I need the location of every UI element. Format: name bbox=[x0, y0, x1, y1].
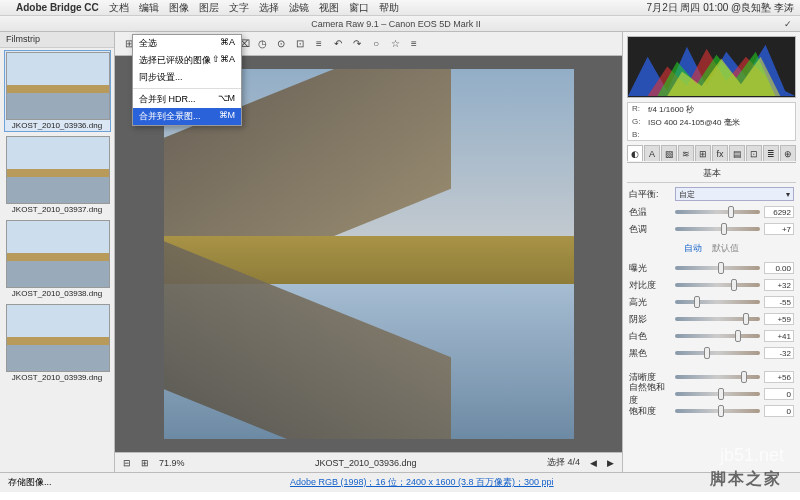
tab-hsl[interactable]: ≋ bbox=[678, 145, 694, 161]
slider-knob[interactable] bbox=[718, 405, 724, 417]
slider-label: 自然饱和度 bbox=[629, 381, 671, 407]
menu-select-rated[interactable]: 选择已评级的图像⇧⌘A bbox=[133, 52, 241, 69]
slider-track[interactable] bbox=[675, 375, 760, 379]
thumbnail-item[interactable]: JKOST_2010_03939.dng bbox=[4, 302, 111, 384]
zoom-in-icon[interactable]: ⊞ bbox=[141, 458, 149, 468]
histogram[interactable] bbox=[627, 36, 796, 98]
tab-lens[interactable]: ▤ bbox=[729, 145, 745, 161]
slider-label: 黑色 bbox=[629, 347, 671, 360]
thumbnail-item[interactable]: JKOST_2010_03936.dng bbox=[4, 50, 111, 132]
redeye-tool-icon[interactable]: ◷ bbox=[254, 36, 270, 52]
tab-preset[interactable]: ≣ bbox=[763, 145, 779, 161]
prev-image-icon[interactable]: ◀ bbox=[590, 458, 597, 468]
grad-tool-icon[interactable]: ⊡ bbox=[292, 36, 308, 52]
slider-track[interactable] bbox=[675, 227, 760, 231]
preview-checkbox[interactable]: ✓ bbox=[784, 19, 792, 29]
slider-track[interactable] bbox=[675, 392, 760, 396]
slider-knob[interactable] bbox=[694, 296, 700, 308]
thumbnail-caption: JKOST_2010_03937.dng bbox=[6, 205, 109, 214]
tab-split[interactable]: ⊞ bbox=[695, 145, 711, 161]
mark-tool-icon[interactable]: ○ bbox=[368, 36, 384, 52]
slider-track[interactable] bbox=[675, 351, 760, 355]
rotate-ccw-icon[interactable]: ↶ bbox=[330, 36, 346, 52]
slider-label: 白色 bbox=[629, 330, 671, 343]
slider-value[interactable]: +41 bbox=[764, 330, 794, 342]
save-image-button[interactable]: 存储图像... bbox=[8, 476, 52, 489]
slider-value[interactable]: 0 bbox=[764, 405, 794, 417]
slider-track[interactable] bbox=[675, 283, 760, 287]
wb-label: 白平衡: bbox=[629, 188, 671, 201]
menu-item[interactable]: 编辑 bbox=[139, 1, 159, 15]
slider-value[interactable]: +32 bbox=[764, 279, 794, 291]
menu-item[interactable]: 文字 bbox=[229, 1, 249, 15]
slider-value[interactable]: +56 bbox=[764, 371, 794, 383]
slider-track[interactable] bbox=[675, 210, 760, 214]
menu-item[interactable]: 帮助 bbox=[379, 1, 399, 15]
slider-value[interactable]: +59 bbox=[764, 313, 794, 325]
menu-select-all[interactable]: 全选⌘A bbox=[133, 35, 241, 52]
workflow-link[interactable]: Adobe RGB (1998)；16 位；2400 x 1600 (3.8 百… bbox=[290, 476, 554, 489]
slider-knob[interactable] bbox=[731, 279, 737, 291]
meta-label: G: bbox=[632, 117, 648, 128]
next-image-icon[interactable]: ▶ bbox=[607, 458, 614, 468]
slider-value[interactable]: -32 bbox=[764, 347, 794, 359]
radial-tool-icon[interactable]: ≡ bbox=[311, 36, 327, 52]
star-tool-icon[interactable]: ☆ bbox=[387, 36, 403, 52]
brush-tool-icon[interactable]: ⊙ bbox=[273, 36, 289, 52]
thumbnail-item[interactable]: JKOST_2010_03937.dng bbox=[4, 134, 111, 216]
slider-knob[interactable] bbox=[721, 223, 727, 235]
tab-basic[interactable]: ◐ bbox=[627, 145, 643, 161]
menu-item[interactable]: 窗口 bbox=[349, 1, 369, 15]
menu-sync-settings[interactable]: 同步设置... bbox=[133, 69, 241, 86]
slider-knob[interactable] bbox=[718, 388, 724, 400]
slider-track[interactable] bbox=[675, 317, 760, 321]
panel-tabs: ◐ A ▧ ≋ ⊞ fx ▤ ⊡ ≣ ⊕ bbox=[627, 145, 796, 163]
slider-knob[interactable] bbox=[704, 347, 710, 359]
app-name[interactable]: Adobe Bridge CC bbox=[16, 2, 99, 13]
menu-merge-hdr[interactable]: 合并到 HDR...⌥M bbox=[133, 91, 241, 108]
tab-snap[interactable]: ⊕ bbox=[780, 145, 796, 161]
menu-item[interactable]: 图像 bbox=[169, 1, 189, 15]
slider-knob[interactable] bbox=[743, 313, 749, 325]
tab-fx[interactable]: fx bbox=[712, 145, 728, 161]
slider-track[interactable] bbox=[675, 334, 760, 338]
default-link[interactable]: 默认值 bbox=[712, 243, 739, 253]
auto-link[interactable]: 自动 bbox=[684, 243, 702, 253]
slider-value[interactable]: 0.00 bbox=[764, 262, 794, 274]
menu-separator bbox=[133, 88, 241, 89]
slider-knob[interactable] bbox=[728, 206, 734, 218]
zoom-level[interactable]: 71.9% bbox=[159, 458, 185, 468]
slider-row: 白色+41 bbox=[629, 328, 794, 344]
panel-title: 基本 bbox=[627, 167, 796, 183]
zoom-out-icon[interactable]: ⊟ bbox=[123, 458, 131, 468]
menu-item[interactable]: 图层 bbox=[199, 1, 219, 15]
thumbnail-caption: JKOST_2010_03936.dng bbox=[6, 121, 109, 130]
slider-value[interactable]: 6292 bbox=[764, 206, 794, 218]
menu-item[interactable]: 滤镜 bbox=[289, 1, 309, 15]
slider-value[interactable]: 0 bbox=[764, 388, 794, 400]
menu-merge-panorama[interactable]: 合并到全景图...⌘M bbox=[133, 108, 241, 125]
menu-item[interactable]: 选择 bbox=[259, 1, 279, 15]
slider-knob[interactable] bbox=[718, 262, 724, 274]
slider-knob[interactable] bbox=[735, 330, 741, 342]
rotate-cw-icon[interactable]: ↷ bbox=[349, 36, 365, 52]
menu-item[interactable]: 文档 bbox=[109, 1, 129, 15]
slider-track[interactable] bbox=[675, 409, 760, 413]
menu-item[interactable]: 视图 bbox=[319, 1, 339, 15]
wb-value: 自定 bbox=[679, 189, 695, 200]
slider-value[interactable]: -55 bbox=[764, 296, 794, 308]
slider-knob[interactable] bbox=[741, 371, 747, 383]
thumbnail-item[interactable]: JKOST_2010_03938.dng bbox=[4, 218, 111, 300]
prefs-icon[interactable]: ≡ bbox=[406, 36, 422, 52]
tab-cal[interactable]: ⊡ bbox=[746, 145, 762, 161]
thumbnail-image bbox=[6, 52, 110, 120]
filmstrip-panel: Filmstrip JKOST_2010_03936.dng JKOST_201… bbox=[0, 32, 115, 472]
tab-curve[interactable]: A bbox=[644, 145, 660, 161]
mac-menubar: Adobe Bridge CC 文档 编辑 图像 图层 文字 选择 滤镜 视图 … bbox=[0, 0, 800, 16]
wb-select[interactable]: 自定 ▾ bbox=[675, 187, 794, 201]
tab-detail[interactable]: ▧ bbox=[661, 145, 677, 161]
slider-value[interactable]: +7 bbox=[764, 223, 794, 235]
slider-track[interactable] bbox=[675, 300, 760, 304]
slider-track[interactable] bbox=[675, 266, 760, 270]
slider-row: 色调+7 bbox=[629, 221, 794, 237]
